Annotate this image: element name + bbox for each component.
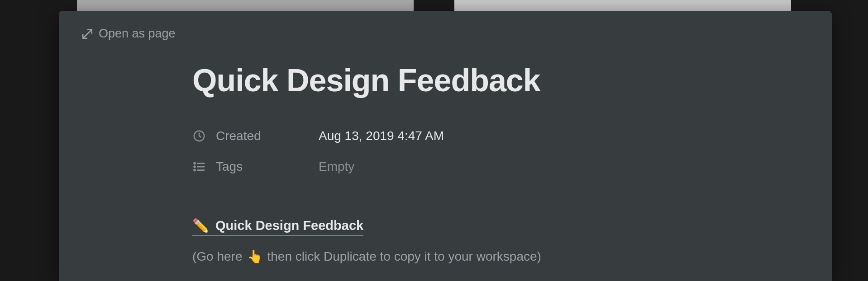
property-tags[interactable]: Tags Empty [192, 159, 695, 174]
pointing-up-emoji-icon: 👆 [247, 249, 263, 264]
template-link[interactable]: ✏️ Quick Design Feedback [192, 218, 363, 236]
svg-point-5 [194, 166, 196, 168]
template-link-text: Quick Design Feedback [215, 218, 363, 233]
hint-text-prefix: (Go here [192, 249, 243, 264]
open-as-page-button[interactable]: Open as page [81, 27, 176, 41]
hint-text-suffix: then click Duplicate to copy it to your … [267, 249, 541, 264]
property-value-tags: Empty [319, 159, 354, 174]
page-content: Quick Design Feedback Created Aug 13, 20… [192, 63, 695, 264]
property-created[interactable]: Created Aug 13, 2019 4:47 AM [192, 129, 695, 143]
clock-icon [192, 129, 206, 143]
list-icon [192, 160, 206, 173]
property-label-created: Created [216, 129, 309, 143]
property-label-tags: Tags [216, 159, 309, 174]
svg-point-4 [194, 163, 196, 164]
properties-section: Created Aug 13, 2019 4:47 AM Tags Empty [192, 129, 695, 174]
expand-icon [81, 28, 93, 40]
open-as-page-label: Open as page [99, 27, 176, 41]
duplicate-hint: (Go here 👆 then click Duplicate to copy … [192, 249, 695, 264]
page-title[interactable]: Quick Design Feedback [192, 63, 695, 98]
svg-point-6 [194, 169, 196, 171]
property-value-created: Aug 13, 2019 4:47 AM [319, 129, 444, 143]
pencil-emoji-icon: ✏️ [192, 218, 209, 234]
divider [192, 194, 695, 194]
page-preview-modal: Open as page Quick Design Feedback Creat… [59, 11, 832, 281]
body-link-heading: ✏️ Quick Design Feedback [192, 218, 695, 249]
